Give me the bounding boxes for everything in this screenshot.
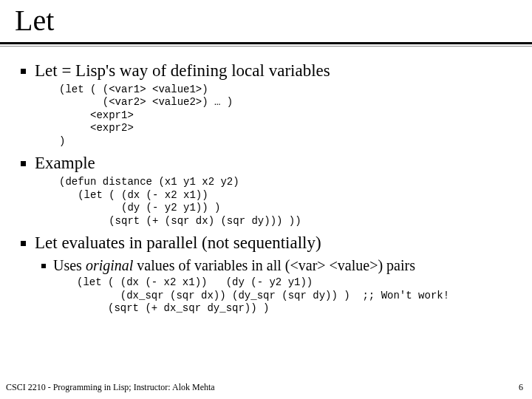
sub1-pre: Uses	[53, 257, 86, 273]
bullet-icon	[21, 69, 26, 74]
divider-thick	[0, 42, 532, 44]
bullet-3: Let evaluates in parallel (not sequentia…	[21, 232, 517, 254]
footer-left: CSCI 2210 - Programming in Lisp; Instruc…	[6, 382, 215, 393]
slide: Let Let = Lisp's way of defining local v…	[0, 0, 532, 399]
bullet-icon	[41, 264, 46, 268]
title-area: Let	[0, 0, 532, 38]
page-number: 6	[519, 382, 523, 393]
bullet-icon	[21, 161, 26, 166]
code-block-2: (defun distance (x1 y1 x2 y2) (let ( (dx…	[59, 176, 517, 228]
bullet-3-text: Let evaluates in parallel (not sequentia…	[35, 232, 321, 254]
slide-title: Let	[15, 3, 532, 38]
bullet-2: Example	[21, 152, 517, 174]
sub-bullet-1: Uses original values of variables in all…	[41, 256, 517, 275]
bullet-icon	[21, 241, 26, 246]
bullet-1-text: Let = Lisp's way of defining local varia…	[35, 60, 330, 82]
sub1-post: values of variables in all (<var> <value…	[133, 257, 415, 273]
bullet-1: Let = Lisp's way of defining local varia…	[21, 60, 517, 82]
footer: CSCI 2210 - Programming in Lisp; Instruc…	[6, 382, 523, 393]
bullet-2-text: Example	[35, 152, 95, 174]
code-block-1: (let ( (<var1> <value1>) (<var2> <value2…	[59, 83, 517, 149]
content-area: Let = Lisp's way of defining local varia…	[0, 47, 532, 316]
sub1-ital: original	[86, 257, 133, 273]
code-block-3: (let ( (dx (- x2 x1)) (dy (- y2 y1)) (dx…	[77, 276, 517, 316]
sub-bullet-1-text: Uses original values of variables in all…	[53, 256, 415, 275]
